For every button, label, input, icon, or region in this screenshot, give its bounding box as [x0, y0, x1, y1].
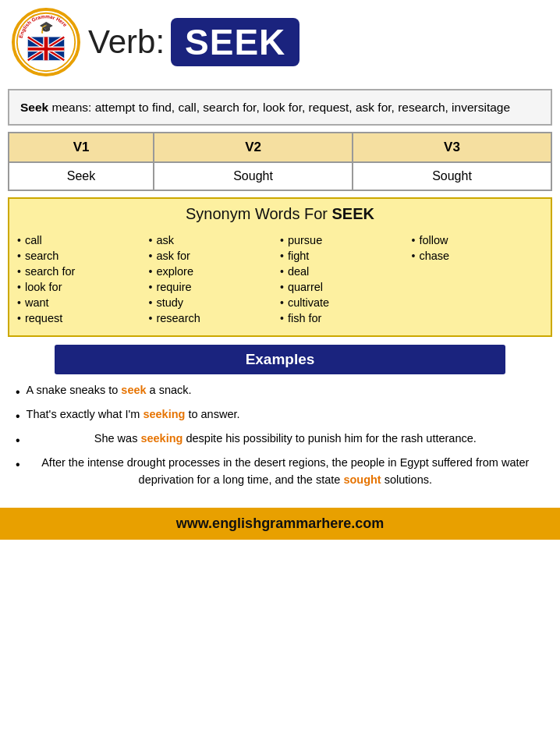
v2-value: Sought: [154, 162, 353, 190]
footer-url: www.englishgrammarhere.com: [176, 516, 384, 531]
ex3-before: She was: [94, 432, 141, 445]
list-item: chase: [412, 248, 544, 264]
list-item: deal: [280, 264, 412, 279]
synonyms-col-1: call search search for look for want req…: [17, 232, 149, 326]
list-item: search: [17, 248, 149, 264]
list-item: A snake sneaks to seek a snack.: [16, 382, 544, 402]
list-item: pursue: [280, 232, 412, 248]
verb-forms-table: V1 V2 V3 Seek Sought Sought: [8, 132, 552, 191]
list-item: search for: [17, 264, 149, 279]
list-item: require: [149, 279, 281, 295]
list-item: follow: [412, 232, 544, 248]
v3-value: Sought: [353, 162, 551, 190]
header-title: Verb: SEEK: [88, 18, 548, 66]
verb-word: SEEK: [171, 18, 299, 66]
v1-header: V1: [9, 133, 154, 162]
definition-box: Seek means: attempt to find, call, searc…: [8, 89, 552, 126]
ex1-after: a snack.: [147, 384, 192, 396]
list-item: request: [17, 310, 149, 326]
list-item: explore: [149, 264, 281, 279]
synonyms-col-2: ask ask for explore require study resear…: [149, 232, 281, 326]
examples-header: Examples: [55, 345, 505, 374]
example-2: That's exactly what I'm seeking to answe…: [27, 406, 544, 423]
v3-header: V3: [353, 133, 551, 162]
list-item: want: [17, 295, 149, 310]
verb-label: Verb:: [88, 23, 165, 61]
examples-list: A snake sneaks to seek a snack. That's e…: [0, 379, 560, 501]
definition-text: means: attempt to find, call, search for…: [48, 101, 510, 114]
definition-word: Seek: [20, 101, 48, 114]
list-item: look for: [17, 279, 149, 295]
list-item: fish for: [280, 310, 412, 326]
list-item: She was seeking despite his possibility …: [16, 431, 544, 450]
list-item: After the intense drought processes in t…: [16, 455, 544, 489]
footer: www.englishgrammarhere.com: [0, 508, 560, 540]
svg-rect-13: [44, 37, 48, 60]
ex4-before: After the intense drought processes in t…: [41, 456, 529, 486]
example-3: She was seeking despite his possibility …: [27, 431, 544, 448]
v1-value: Seek: [9, 162, 154, 190]
list-item: study: [149, 295, 281, 310]
site-logo: English Grammar Here .Com 🎓: [12, 8, 80, 76]
synonyms-section: Synonym Words For SEEK call search searc…: [8, 197, 552, 337]
ex1-highlight: seek: [121, 384, 146, 396]
v2-header: V2: [154, 133, 353, 162]
page-header: English Grammar Here .Com 🎓: [0, 0, 560, 84]
example-4: After the intense drought processes in t…: [27, 455, 544, 489]
synonyms-title-bold: SEEK: [332, 205, 374, 222]
list-item: call: [17, 232, 149, 248]
list-item: cultivate: [280, 295, 412, 310]
example-1: A snake sneaks to seek a snack.: [27, 382, 544, 399]
synonyms-grid: call search search for look for want req…: [9, 229, 551, 335]
ex3-highlight: seeking: [140, 432, 183, 445]
synonyms-col-3: pursue fight deal quarrel cultivate fish…: [280, 232, 412, 326]
synonyms-title: Synonym Words For SEEK: [9, 199, 551, 229]
ex1-before: A snake sneaks to: [27, 384, 122, 396]
ex3-after: despite his possibility to punish him fo…: [183, 432, 476, 445]
list-item: ask: [149, 232, 281, 248]
list-item: ask for: [149, 248, 281, 264]
ex2-before: That's exactly what I'm: [27, 408, 144, 420]
ex2-highlight: seeking: [143, 408, 185, 420]
svg-text:🎓: 🎓: [39, 20, 54, 34]
synonyms-col-4: follow chase: [412, 232, 544, 326]
list-item: fight: [280, 248, 412, 264]
list-item: quarrel: [280, 279, 412, 295]
synonyms-title-plain: Synonym Words For: [186, 205, 331, 222]
list-item: That's exactly what I'm seeking to answe…: [16, 406, 544, 426]
ex2-after: to answer.: [185, 408, 239, 420]
ex4-after: solutions.: [381, 473, 432, 486]
ex4-highlight: sought: [343, 473, 381, 486]
list-item: research: [149, 310, 281, 326]
